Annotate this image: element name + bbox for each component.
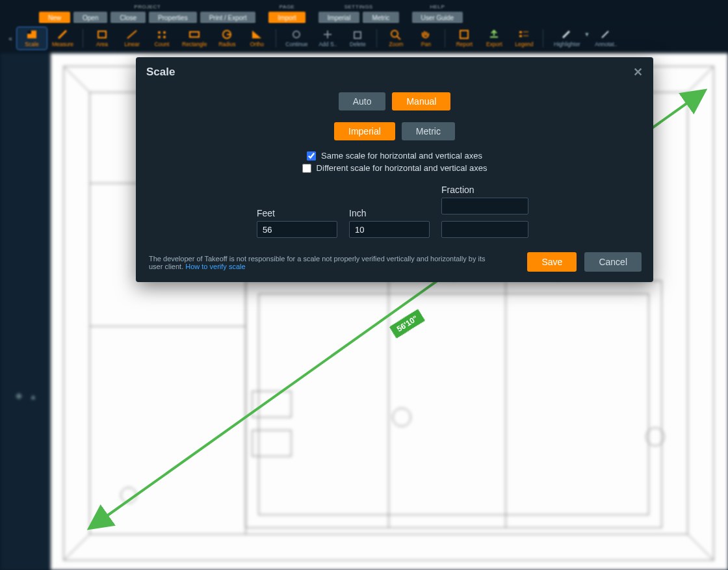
imperial-units-button[interactable]: Imperial <box>334 122 395 140</box>
scale-icon <box>26 29 38 40</box>
save-button[interactable]: Save <box>527 252 577 272</box>
svg-rect-1 <box>27 31 31 34</box>
mode-toggle-row: Auto Manual <box>136 92 653 110</box>
svg-rect-34 <box>252 430 291 456</box>
project-group: PROJECT New Open Close Properties Print … <box>39 4 255 23</box>
close-icon[interactable]: ✕ <box>633 65 643 79</box>
diff-axes-row: Different scale for horizontal and verti… <box>136 163 653 173</box>
svg-point-12 <box>391 31 398 37</box>
hand-icon <box>420 29 432 40</box>
add-s-tool[interactable]: Add S.. <box>313 27 343 49</box>
highlighter-tool[interactable]: Highlighter <box>547 27 586 49</box>
settings-group: SETTINGS Imperial Metric <box>318 4 399 23</box>
feet-input[interactable] <box>257 221 337 238</box>
top-menu-bar: PROJECT New Open Close Properties Print … <box>0 0 728 23</box>
feet-label: Feet <box>257 208 337 218</box>
diff-axes-label: Different scale for horizontal and verti… <box>317 163 488 173</box>
report-tool[interactable]: Report <box>449 27 479 49</box>
same-axes-label: Same scale for horizontal and vertical a… <box>321 151 482 161</box>
close-button[interactable]: Close <box>110 12 146 23</box>
radius-tool[interactable]: Radius <box>212 27 242 49</box>
area-icon <box>96 29 108 40</box>
legend-tool[interactable]: Legend <box>509 27 539 49</box>
svg-line-13 <box>397 36 400 40</box>
help-group: HELP User Guide <box>412 4 463 23</box>
project-group-label: PROJECT <box>134 4 161 10</box>
open-button[interactable]: Open <box>73 12 107 23</box>
metric-units-button[interactable]: Metric <box>402 122 455 140</box>
properties-button[interactable]: Properties <box>149 12 197 23</box>
metric-setting-button[interactable]: Metric <box>363 12 398 23</box>
count-icon <box>156 29 168 40</box>
same-axes-row: Same scale for horizontal and vertical a… <box>136 151 653 161</box>
export-tool[interactable]: Export <box>479 27 509 49</box>
svg-rect-2 <box>98 31 106 38</box>
highlighter-dropdown-icon[interactable]: ▼ <box>584 31 590 38</box>
disclaimer-text: The developer of Takeoff is not responsi… <box>136 255 500 270</box>
linear-icon <box>126 29 138 40</box>
svg-point-30 <box>121 487 136 503</box>
plus-icon <box>322 29 333 40</box>
auto-mode-button[interactable]: Auto <box>339 92 386 110</box>
diff-axes-checkbox[interactable] <box>302 164 311 173</box>
chevron-up-icon[interactable]: ▴ <box>31 392 35 401</box>
collapse-toolbar-icon[interactable]: « <box>4 23 17 53</box>
highlighter-icon <box>561 29 573 40</box>
svg-point-3 <box>158 31 161 34</box>
page-group: PAGE Import <box>268 4 305 23</box>
scale-modal: Scale ✕ Auto Manual Imperial Metric Same… <box>136 57 653 282</box>
trash-icon <box>352 29 363 40</box>
linear-tool[interactable]: Linear <box>117 27 147 49</box>
verify-scale-link[interactable]: How to verify scale <box>185 263 245 270</box>
user-guide-button[interactable]: User Guide <box>412 12 463 23</box>
same-axes-checkbox[interactable] <box>307 151 316 161</box>
svg-rect-14 <box>460 31 468 38</box>
svg-rect-33 <box>252 391 291 417</box>
main-toolbar: « Scale Measure Area Linear Count Rectan… <box>0 23 728 53</box>
measure-tool[interactable]: Measure <box>47 27 79 49</box>
ortho-icon <box>251 29 263 40</box>
help-group-label: HELP <box>430 4 445 10</box>
print-export-button[interactable]: Print / Export <box>200 12 256 23</box>
delete-tool[interactable]: Delete <box>343 27 372 49</box>
svg-rect-16 <box>519 35 522 37</box>
svg-rect-7 <box>190 32 199 37</box>
pan-tool[interactable]: Pan <box>411 27 441 49</box>
left-sidebar: ✥ ▴ <box>0 53 51 570</box>
continue-tool[interactable]: Continue <box>280 27 313 49</box>
svg-rect-15 <box>519 31 522 33</box>
page-group-label: PAGE <box>280 4 295 10</box>
new-button[interactable]: New <box>39 12 70 23</box>
inch-label: Inch <box>349 208 430 218</box>
zoom-icon <box>390 29 402 40</box>
svg-point-6 <box>163 36 166 38</box>
svg-rect-22 <box>259 294 649 515</box>
inch-input[interactable] <box>349 221 430 238</box>
rectangle-icon <box>188 29 200 40</box>
export-icon <box>488 29 500 40</box>
units-toggle-row: Imperial Metric <box>136 122 653 140</box>
import-button[interactable]: Import <box>268 12 305 23</box>
continue-icon <box>291 29 302 40</box>
svg-rect-21 <box>246 281 662 528</box>
modal-title: Scale <box>146 66 175 79</box>
pencil-icon <box>57 29 69 40</box>
legend-icon <box>518 29 530 40</box>
fraction-denominator-input[interactable] <box>441 221 528 238</box>
scale-tool[interactable]: Scale <box>17 27 47 49</box>
radius-icon <box>221 29 233 40</box>
svg-rect-11 <box>354 32 361 38</box>
zoom-tool[interactable]: Zoom <box>381 27 411 49</box>
cancel-button[interactable]: Cancel <box>584 252 642 272</box>
svg-point-5 <box>158 36 161 38</box>
count-tool[interactable]: Count <box>147 27 177 49</box>
imperial-setting-button[interactable]: Imperial <box>318 12 360 23</box>
annotate-tool[interactable]: Annotat.. <box>590 27 622 49</box>
rectangle-tool[interactable]: Rectangle <box>177 27 212 49</box>
fraction-label: Fraction <box>441 185 528 195</box>
move-icon[interactable]: ✥ <box>16 392 22 401</box>
fraction-numerator-input[interactable] <box>441 198 528 214</box>
manual-mode-button[interactable]: Manual <box>392 92 450 110</box>
ortho-tool[interactable]: Ortho <box>242 27 272 49</box>
area-tool[interactable]: Area <box>87 27 117 49</box>
